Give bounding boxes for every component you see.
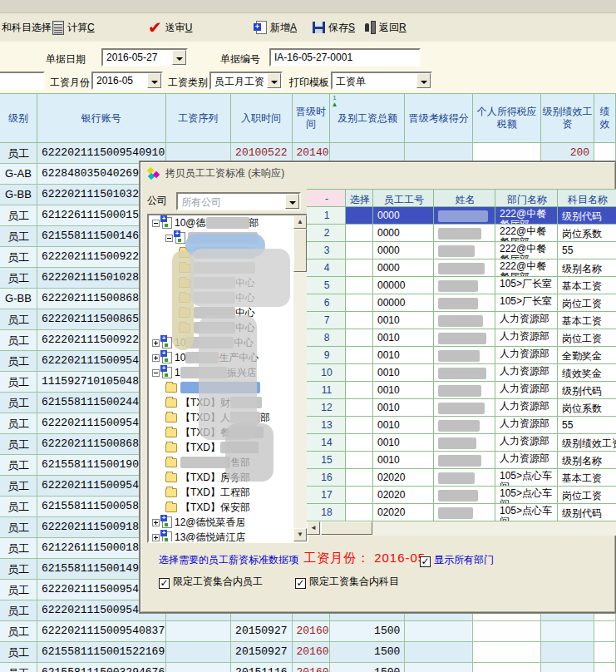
scroll-down-icon[interactable]: ▼ (293, 528, 307, 541)
column-header-seq[interactable]: 工资序列 (166, 93, 231, 143)
dialog-table-row[interactable]: 140010人力资源部级别绩效工资 (307, 434, 616, 452)
collapse-icon[interactable] (165, 235, 173, 242)
dialog-table-row[interactable]: 150010人力资源部级别名称 (307, 452, 616, 469)
tree-item-label: 部 (249, 216, 259, 230)
dialog-table-row[interactable]: 80010人力资源部岗位工资 (307, 329, 616, 347)
column-header-hire[interactable]: 入职时间 (231, 93, 293, 143)
checkbox-checked-icon[interactable]: ✓ (295, 578, 306, 589)
column-header-promo[interactable]: 晋级时间 (293, 93, 331, 143)
toolbar-new-button[interactable]: + 新增A (256, 19, 297, 36)
folder-icon (165, 503, 177, 512)
dialog-table-row[interactable]: 110010人力资源部级别代码 (307, 382, 616, 399)
cell-account: 6215581115001522169 (37, 642, 166, 663)
dialog-cell-name (434, 434, 495, 452)
show-all-departments-checkbox[interactable]: ✓显示所有部门 (420, 553, 494, 567)
tree-item[interactable]: 【TXD】保安部 (149, 500, 295, 515)
checkbox-checked-icon[interactable]: ✓ (420, 556, 431, 567)
dialog-table-row[interactable]: 500000105>厂长室基本工资 (307, 277, 616, 294)
doc-no-input[interactable]: IA-16-05-27-0001 (269, 48, 421, 67)
expand-icon[interactable] (152, 534, 160, 541)
dialog-cell-name (434, 469, 495, 487)
column-header-extra[interactable]: 绩效 (594, 93, 616, 143)
cell-total: 1500 (330, 663, 405, 672)
dialog-title: 拷贝员工工资标准 (未响应) (147, 166, 284, 180)
scrollbar-thumb[interactable] (293, 229, 307, 272)
chevron-down-icon[interactable] (267, 73, 281, 88)
dialog-cell-select (346, 242, 373, 259)
tree-item[interactable]: 13@德悦靖江店 (149, 530, 295, 543)
dialog-cell-department: 222@中餐餐厅部 (495, 207, 558, 225)
dialog-table-row[interactable]: 120010人力资源部岗位系数 (307, 399, 616, 417)
cell-tax (473, 621, 541, 642)
dialog-table-row[interactable]: 130010人力资源部55 (307, 417, 616, 434)
dialog-table-row[interactable]: 70010人力资源部基本工资 (307, 312, 616, 329)
table-row[interactable]: 员工6222021115009540837201509272016051500 (0, 621, 616, 642)
expand-icon[interactable] (152, 354, 160, 362)
dialog-cell-employee-id: 0010 (373, 347, 434, 364)
column-header-level[interactable]: 级别 (0, 93, 37, 143)
cell-level: 员工 (0, 559, 37, 580)
dialog-table-row[interactable]: 1802020105>点心车间级别代码 (307, 504, 616, 521)
left-edge-input[interactable] (0, 72, 45, 90)
toolbar-submit-button[interactable]: ✔ 送审U (148, 19, 192, 36)
company-icon (162, 352, 172, 363)
table-row[interactable]: 员工6215581115001522169201509272016051500 (0, 642, 616, 663)
blur-patch (225, 423, 274, 482)
chevron-down-icon[interactable] (172, 50, 186, 65)
scroll-left-icon[interactable]: ◄ (307, 521, 320, 535)
dialog-table-row[interactable]: 1602020105>点心车间基本工资 (307, 469, 616, 487)
tree-item[interactable]: 12@德悦菜香居 (149, 515, 295, 530)
chevron-down-icon[interactable] (416, 73, 431, 88)
dialog-cell-subject: 岗位系数 (558, 225, 616, 242)
scrollbar-thumb[interactable] (321, 521, 372, 535)
dialog-cell-select (346, 207, 373, 225)
expand-icon[interactable] (152, 339, 160, 347)
dialog-table-row[interactable]: 40000222@中餐餐厅部级别名称 (307, 259, 616, 277)
dialog-table-row[interactable]: 10000222@中餐餐厅部级别代码 (307, 207, 616, 225)
limit-employees-checkbox[interactable]: ✓限定工资集合内员工 (159, 575, 263, 589)
salary-month-combobox[interactable]: 2016-05 (91, 72, 163, 90)
dialog-table-row[interactable]: 90010人力资源部全勤奖金 (307, 347, 616, 364)
limit-subjects-checkbox[interactable]: ✓限定工资集合内科目 (295, 575, 399, 589)
column-header-account[interactable]: 银行账号 (37, 93, 166, 143)
chevron-down-icon[interactable] (285, 194, 299, 209)
toolbar-return-button[interactable]: 返回R (364, 19, 407, 36)
dialog-cell-select (346, 329, 373, 347)
chevron-down-icon[interactable] (147, 73, 161, 88)
toolbar-item-subject-select[interactable]: 和科目选择 (2, 19, 52, 36)
tree-item-label: 【TXD】 (180, 441, 220, 455)
print-template-label: 打印模板 (289, 76, 329, 90)
blur-patch (438, 210, 488, 222)
collapse-icon[interactable] (152, 369, 160, 377)
company-combobox[interactable]: 所有公司 (176, 192, 301, 210)
dialog-cell-employee-id: 0010 (373, 364, 434, 382)
tree-item[interactable]: 10@德部 (149, 215, 295, 230)
tree-item[interactable]: 【TXD】工程部 (149, 485, 295, 500)
table-horizontal-scrollbar[interactable]: ◄ (307, 521, 616, 536)
dialog-table-row[interactable]: 600000105>厂长室岗位工资 (307, 294, 616, 312)
column-header-total[interactable]: 及别工资总额1▲ (330, 93, 405, 143)
blur-patch (438, 455, 481, 467)
dialog-column-header: 科目名称 (558, 189, 616, 207)
expand-icon[interactable] (152, 519, 160, 526)
scroll-up-icon[interactable]: ▲ (293, 215, 307, 229)
column-header-score[interactable]: 晋级考核得分 (405, 93, 473, 143)
dialog-table-row[interactable]: 30000222@中餐餐厅部55 (307, 242, 616, 259)
column-header-tax[interactable]: 个人所得税应税额 (473, 93, 541, 143)
checkbox-checked-icon[interactable]: ✓ (159, 578, 170, 589)
dialog-table-row[interactable]: 20000222@中餐餐厅部岗位系数 (307, 225, 616, 242)
salary-type-combobox[interactable]: 员工月工资 (209, 72, 283, 90)
toolbar-save-button[interactable]: 保存S (313, 19, 355, 36)
dialog-column-header: 选择 (346, 189, 373, 207)
dialog-cell-select (346, 434, 373, 452)
collapse-icon[interactable] (152, 220, 160, 227)
tree-vertical-scrollbar[interactable]: ▲ ▼ (293, 215, 307, 541)
dialog-table-row[interactable]: 100010人力资源部绩效奖金 (307, 364, 616, 382)
print-template-combobox[interactable]: 工资单 (331, 72, 432, 90)
cell-level: 员工 (0, 580, 37, 600)
doc-date-combobox[interactable]: 2016-05-27 (101, 48, 188, 67)
table-row[interactable]: 员工6215581115003294676201511162016051500 (0, 663, 616, 672)
column-header-perf[interactable]: 级别绩效工资 (541, 93, 594, 143)
dialog-table-row[interactable]: 1702020105>点心车间岗位工资 (307, 487, 616, 504)
toolbar-calculate-button[interactable]: 计算C (52, 19, 95, 36)
